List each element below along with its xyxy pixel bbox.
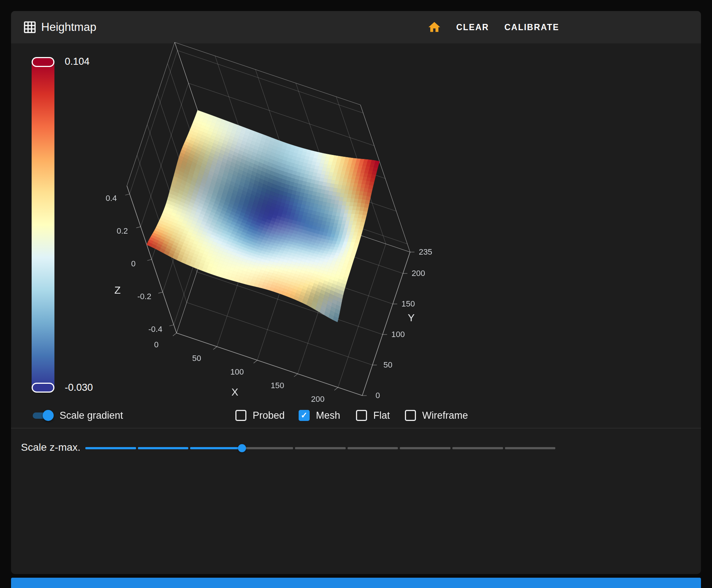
slider-segment[interactable] [348, 447, 398, 449]
slider-segment[interactable] [85, 447, 136, 449]
checkbox-box-icon [356, 410, 367, 421]
heightmap-panel: Heightmap CLEAR CALIBRATE 0.104 -0.030 0… [11, 11, 701, 574]
colorbar-max-value: 0.104 [65, 56, 90, 67]
toggle-thumb [43, 410, 54, 421]
scale-gradient-label: Scale gradient [60, 410, 123, 421]
slider-track[interactable] [85, 447, 555, 449]
slider-thumb[interactable] [238, 444, 246, 452]
toggle-switch [32, 410, 54, 421]
checkbox-wireframe[interactable]: Wireframe [405, 409, 468, 422]
checkbox-flat-label: Flat [373, 410, 390, 421]
slider-segment[interactable] [295, 447, 346, 449]
checkbox-flat[interactable]: Flat [356, 409, 390, 422]
checkbox-box-icon [405, 410, 416, 421]
slider-segment[interactable] [190, 447, 241, 449]
clear-button[interactable]: CLEAR [449, 17, 495, 38]
scale-zmax-label: Scale z-max. [21, 442, 81, 453]
checkbox-probed-label: Probed [253, 410, 285, 421]
checkbox-wireframe-label: Wireframe [422, 410, 468, 421]
slider-segment[interactable] [452, 447, 503, 449]
colorbar-max-handle[interactable] [32, 57, 54, 67]
grid-icon [23, 20, 37, 34]
divider [11, 428, 701, 428]
colorbar-gradient [32, 61, 54, 388]
heightmap-3d-plot: 050100150200050100150200235-0.4-0.200.20… [88, 22, 441, 412]
calibrate-button[interactable]: CALIBRATE [498, 17, 566, 38]
slider-segment[interactable] [400, 447, 451, 449]
colorbar-min-handle[interactable] [32, 383, 54, 393]
checkbox-mesh[interactable]: ✓ Mesh [299, 409, 340, 422]
colorbar [32, 57, 54, 393]
slider-segment[interactable] [243, 447, 293, 449]
heightmap-3d-canvas[interactable] [88, 22, 441, 412]
checkbox-mesh-label: Mesh [316, 410, 340, 421]
checkbox-box-icon [235, 410, 246, 421]
bottom-panel-edge [11, 578, 701, 588]
checkbox-box-icon: ✓ [299, 410, 310, 421]
slider-segment[interactable] [505, 447, 556, 449]
checkbox-probed[interactable]: Probed [235, 409, 285, 422]
slider-segment[interactable] [138, 447, 189, 449]
scale-gradient-toggle[interactable]: Scale gradient [32, 409, 123, 422]
